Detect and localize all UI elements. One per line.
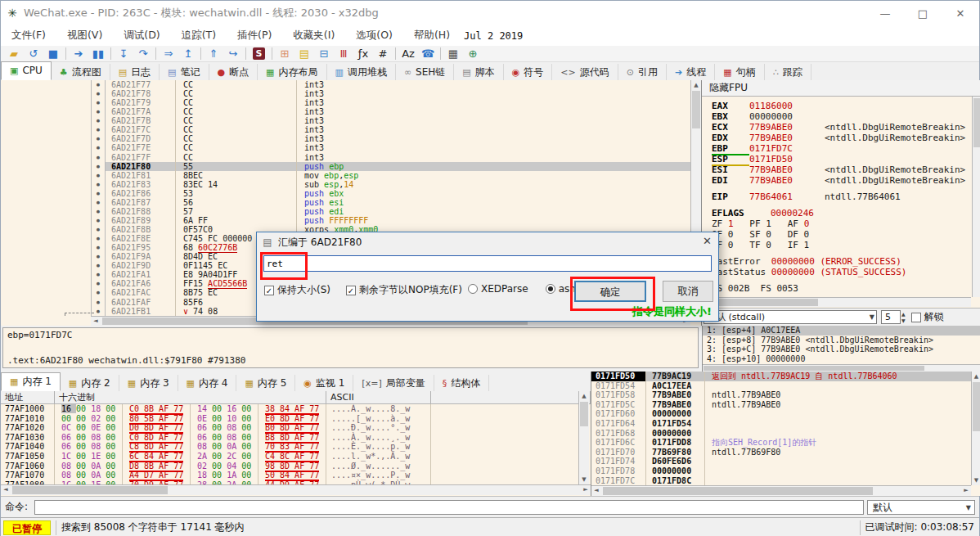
stack-row[interactable]: 0171FD6800000000: [591, 429, 971, 439]
comments-icon[interactable]: ▤: [294, 47, 314, 61]
scroll-left-icon[interactable]: ◄: [591, 486, 601, 496]
stop-icon[interactable]: ■: [43, 47, 63, 61]
menu-item[interactable]: 追踪(T): [171, 29, 227, 43]
disasm-row[interactable]: ●6AD21F8383EC 14sub esp,14: [1, 180, 691, 189]
breakpoint-dot[interactable]: ●: [91, 234, 106, 243]
tab-trace[interactable]: ∴跟踪: [765, 64, 811, 80]
menu-item[interactable]: 插件(P): [227, 29, 282, 43]
disasm-row[interactable]: ●6AD21F8857push edi: [1, 207, 691, 216]
assemble-input[interactable]: [263, 255, 712, 272]
scroll-thumb[interactable]: [580, 402, 588, 426]
favourites-icon[interactable]: Ⅲ: [334, 47, 353, 61]
disasm-row[interactable]: ●6AD21F8653push ebx: [1, 189, 691, 198]
register-row[interactable]: EBX00000000: [712, 111, 971, 122]
cancel-button[interactable]: 取消: [663, 281, 713, 302]
scroll-down-icon[interactable]: ▼: [972, 477, 980, 484]
disasm-row[interactable]: ●6AD21F8756push esi: [1, 198, 691, 207]
bottom-tab-mem5[interactable]: ▦内存 5: [236, 375, 295, 391]
memory-row[interactable]: 77AF10200C 00 0E 00D0 8D AF 7706 00 08 0…: [1, 423, 578, 433]
open-file-icon[interactable]: ▰: [4, 47, 24, 61]
tab-graph[interactable]: ♣流程图: [52, 64, 110, 80]
tab-log[interactable]: ▤日志: [110, 64, 160, 80]
nop-pad-checkbox[interactable]: ✓剩余字节以NOP填充(F): [346, 283, 462, 297]
scroll-up-icon[interactable]: ▲: [691, 82, 701, 88]
maximize-button[interactable]: □: [904, 7, 942, 20]
tab-threads[interactable]: ➔线程: [667, 64, 715, 80]
run-to-user-code-icon[interactable]: ↪: [223, 47, 243, 61]
stack-row[interactable]: 0171FD74D60FE6D6: [591, 457, 971, 466]
menu-item[interactable]: 调试(D): [113, 29, 170, 43]
scroll-thumb[interactable]: [973, 382, 980, 431]
stack-arg-row[interactable]: 4: [esp+10] 00000000: [703, 354, 980, 364]
step-over-icon[interactable]: ↷: [133, 47, 153, 61]
breakpoint-dot[interactable]: ●: [91, 162, 106, 171]
menu-item[interactable]: 帮助(H): [403, 29, 461, 43]
disasm-row[interactable]: ●6AD21F8055push ebp: [1, 162, 691, 171]
scroll-right-icon[interactable]: ►: [581, 485, 591, 495]
tab-handles[interactable]: ▦句柄: [715, 64, 764, 80]
breakpoint-dot[interactable]: ●: [91, 225, 106, 234]
fx-icon[interactable]: ƒx: [353, 47, 373, 61]
menu-item[interactable]: 选项(O): [345, 29, 403, 43]
tab-script[interactable]: ▤脚本: [454, 64, 503, 80]
memory-row[interactable]: 77AF10501C 00 1E 006C 84 AF 772A 00 2C 0…: [1, 452, 578, 462]
register-row[interactable]: ECX77B9ABE0<ntdll.DbgUiRemoteBreakin>: [712, 122, 971, 133]
register-row[interactable]: ZF 1 PF 1 AF 0: [712, 218, 971, 229]
unlock-checkbox[interactable]: 解锁: [911, 310, 944, 324]
register-row[interactable]: EDX77B9ABE0<ntdll.DbgUiRemoteBreakin>: [712, 133, 971, 143]
bookmarks-icon[interactable]: ⊟: [314, 47, 334, 61]
stack-row[interactable]: 0171FD7077B69F80ntdll.77B69F80: [591, 448, 971, 457]
memory-row[interactable]: 77AF107008 00 0A 00A4 D7 AF 7718 00 1A 0…: [1, 471, 578, 480]
bottom-tab-struct[interactable]: §结构体: [434, 375, 490, 391]
breakpoint-dot[interactable]: ●: [91, 307, 106, 316]
memory-row[interactable]: 77AF103006 00 08 00C0 8D AF 7706 00 08 0…: [1, 433, 578, 443]
register-row[interactable]: ESI77B9ABE0<ntdll.DbgUiRemoteBreakin>: [712, 164, 971, 175]
case-icon[interactable]: Az: [398, 47, 418, 61]
menu-item[interactable]: 收藏夹(I): [282, 29, 345, 43]
stack-row[interactable]: 0171FD5877B9ABE0ntdll.77B9ABE0: [591, 390, 971, 400]
breakpoint-dot[interactable]: ●: [91, 180, 106, 189]
scroll-thumb[interactable]: [603, 487, 873, 495]
spinner-arrows[interactable]: ▲▼: [901, 311, 906, 324]
globe-icon[interactable]: ⊕: [463, 47, 483, 61]
disasm-row[interactable]: ●6AD21F79CCint3: [1, 98, 691, 107]
scroll-up-icon[interactable]: ▲: [579, 393, 589, 399]
breakpoint-dot[interactable]: ●: [91, 252, 106, 261]
tab-cpu[interactable]: ▣CPU: [1, 61, 52, 80]
run-icon[interactable]: ➔: [69, 47, 88, 61]
breakpoint-dot[interactable]: ●: [91, 134, 106, 143]
menu-item[interactable]: 文件(F): [1, 29, 56, 43]
menu-item[interactable]: 视图(V): [56, 29, 113, 43]
memory-vscrollbar[interactable]: ▲ ▼: [578, 391, 589, 484]
keep-size-checkbox[interactable]: ✓保持大小(S): [264, 283, 330, 297]
bottom-tab-mem2[interactable]: ▦内存 2: [61, 375, 119, 391]
disasm-row[interactable]: ●6AD21F818BECmov ebp,esp: [1, 171, 691, 180]
breakpoint-dot[interactable]: ●: [91, 116, 106, 125]
bottom-tab-watch1[interactable]: ◉监视 1: [295, 375, 353, 391]
breakpoint-dot[interactable]: ●: [91, 243, 106, 252]
breakpoint-dot[interactable]: ●: [91, 98, 106, 107]
disasm-row[interactable]: ●6AD21F77CCint3: [1, 80, 691, 89]
stack-row[interactable]: 0171FD640171FD54: [591, 419, 971, 429]
tab-references[interactable]: ⊙引用: [618, 64, 667, 80]
register-row[interactable]: EDI77B9ABE0<ntdll.DbgUiRemoteBreakin>: [712, 175, 971, 186]
breakpoint-dot[interactable]: ●: [91, 89, 106, 98]
step-out-icon[interactable]: ↥: [178, 47, 198, 61]
register-row[interactable]: LastError 00000000 (ERROR_SUCCESS): [712, 256, 971, 267]
stack-vscrollbar[interactable]: ▲ ▼: [971, 372, 980, 485]
breakpoint-dot[interactable]: ●: [91, 107, 106, 116]
calling-convention-dropdown[interactable]: 默认 (stdcall) ▼: [704, 310, 877, 324]
stack-row[interactable]: 0171FD7C0171FD8C: [591, 476, 971, 485]
hide-fpu-button[interactable]: 隐藏FPU: [702, 80, 980, 97]
memory-row[interactable]: 77AF106008 00 0A 00D8 8B AF 7702 00 04 0…: [1, 462, 578, 471]
scroll-thumb[interactable]: [704, 299, 818, 306]
scroll-right-icon[interactable]: ►: [961, 486, 971, 496]
patch-icon[interactable]: ⊞: [275, 47, 294, 61]
breakpoint-dot[interactable]: ●: [91, 279, 106, 288]
memory-row[interactable]: 77AF101000 00 02 0080 5B AF 770E 00 10 0…: [1, 414, 578, 424]
stack-hscrollbar[interactable]: ◄ ►: [591, 485, 971, 496]
scroll-thumb[interactable]: [12, 486, 168, 494]
register-row[interactable]: OF 0 SF 0 DF 0: [712, 229, 971, 240]
stack-row[interactable]: 0171FD5077B9AC19返回到 ntdll.77B9AC19 自 ntd…: [591, 372, 971, 381]
dialog-close-icon[interactable]: ✕: [703, 235, 712, 247]
